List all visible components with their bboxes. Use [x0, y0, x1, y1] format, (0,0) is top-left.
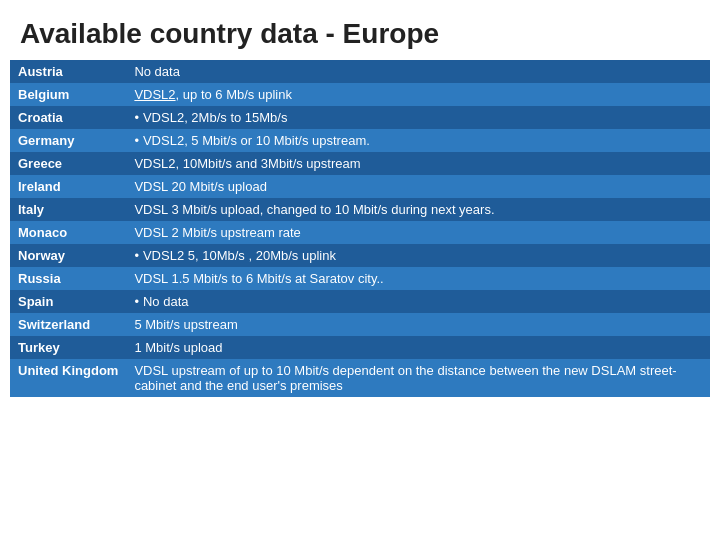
country-data-table: AustriaNo dataBelgiumVDSL2, up to 6 Mb/s… — [10, 60, 710, 397]
data-cell: VDSL2, up to 6 Mb/s uplink — [126, 83, 710, 106]
country-cell: Italy — [10, 198, 126, 221]
country-cell: Norway — [10, 244, 126, 267]
country-cell: Greece — [10, 152, 126, 175]
country-cell: Germany — [10, 129, 126, 152]
table-row: Croatia•VDSL2, 2Mb/s to 15Mb/s — [10, 106, 710, 129]
data-cell: •No data — [126, 290, 710, 313]
table-row: Turkey1 Mbit/s upload — [10, 336, 710, 359]
country-cell: Austria — [10, 60, 126, 83]
table-row: United KingdomVDSL upstream of up to 10 … — [10, 359, 710, 397]
table-row: Germany•VDSL2, 5 Mbit/s or 10 Mbit/s ups… — [10, 129, 710, 152]
data-cell: •VDSL2, 5 Mbit/s or 10 Mbit/s upstream. — [126, 129, 710, 152]
table-row: Switzerland5 Mbit/s upstream — [10, 313, 710, 336]
data-cell: No data — [126, 60, 710, 83]
country-cell: Ireland — [10, 175, 126, 198]
table-row: Spain•No data — [10, 290, 710, 313]
country-cell: Monaco — [10, 221, 126, 244]
data-cell: VDSL 2 Mbit/s upstream rate — [126, 221, 710, 244]
table-row: RussiaVDSL 1.5 Mbit/s to 6 Mbit/s at Sar… — [10, 267, 710, 290]
data-cell: 1 Mbit/s upload — [126, 336, 710, 359]
data-cell: 5 Mbit/s upstream — [126, 313, 710, 336]
data-cell: VDSL upstream of up to 10 Mbit/s depende… — [126, 359, 710, 397]
country-cell: Turkey — [10, 336, 126, 359]
table-row: ItalyVDSL 3 Mbit/s upload, changed to 10… — [10, 198, 710, 221]
country-cell: Belgium — [10, 83, 126, 106]
data-cell: VDSL2, 10Mbit/s and 3Mbit/s upstream — [126, 152, 710, 175]
table-row: Norway•VDSL2 5, 10Mb/s , 20Mb/s uplink — [10, 244, 710, 267]
data-cell: VDSL 1.5 Mbit/s to 6 Mbit/s at Saratov c… — [126, 267, 710, 290]
table-row: AustriaNo data — [10, 60, 710, 83]
data-cell: •VDSL2 5, 10Mb/s , 20Mb/s uplink — [126, 244, 710, 267]
country-cell: Switzerland — [10, 313, 126, 336]
table-row: BelgiumVDSL2, up to 6 Mb/s uplink — [10, 83, 710, 106]
table-row: MonacoVDSL 2 Mbit/s upstream rate — [10, 221, 710, 244]
country-cell: Russia — [10, 267, 126, 290]
data-cell: •VDSL2, 2Mb/s to 15Mb/s — [126, 106, 710, 129]
table-row: GreeceVDSL2, 10Mbit/s and 3Mbit/s upstre… — [10, 152, 710, 175]
page-title: Available country data - Europe — [0, 0, 720, 60]
data-cell: VDSL 3 Mbit/s upload, changed to 10 Mbit… — [126, 198, 710, 221]
country-cell: Spain — [10, 290, 126, 313]
table-row: IrelandVDSL 20 Mbit/s upload — [10, 175, 710, 198]
data-cell: VDSL 20 Mbit/s upload — [126, 175, 710, 198]
country-cell: Croatia — [10, 106, 126, 129]
country-cell: United Kingdom — [10, 359, 126, 397]
